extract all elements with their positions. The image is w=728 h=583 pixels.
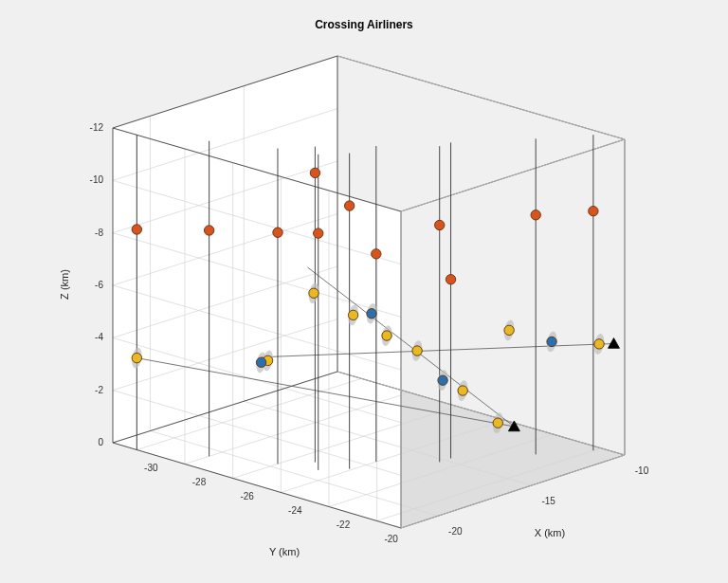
marker-circle — [314, 228, 323, 238]
marker-circle — [493, 418, 502, 428]
marker-triangle — [608, 338, 619, 349]
chart-3d-container: -12-10-8-6-4-20-30-28-26-24-22-20-20-15-… — [0, 0, 728, 583]
marker-circle — [446, 275, 455, 284]
z-tick-label: -6 — [95, 280, 103, 290]
y-tick-label: -28 — [192, 477, 207, 487]
axes-box — [113, 56, 625, 528]
x-tick-label: -15 — [541, 496, 555, 506]
z-tick-label: -2 — [95, 385, 103, 395]
y-tick-label: -30 — [144, 463, 158, 473]
svg-line-48 — [337, 56, 625, 139]
z-tick-label: -8 — [95, 228, 103, 238]
x-axis-label: X (km) — [535, 527, 565, 538]
y-tick-label: -26 — [240, 491, 254, 501]
svg-line-46 — [401, 139, 625, 211]
marker-circle — [594, 339, 604, 349]
marker-circle — [372, 249, 381, 259]
y-axis-label: Y (km) — [269, 546, 300, 557]
z-tick-label: -12 — [90, 122, 104, 133]
marker-circle — [256, 357, 265, 367]
chart-title: Crossing Airliners — [315, 18, 413, 31]
marker-circle — [132, 225, 141, 234]
marker-circle — [547, 337, 556, 346]
x-tick-label: -10 — [635, 465, 649, 476]
marker-circle — [382, 331, 391, 340]
z-tick-label: -4 — [95, 332, 103, 342]
marker-circle — [438, 375, 447, 385]
marker-circle — [589, 206, 598, 215]
chart-3d-svg: -12-10-8-6-4-20-30-28-26-24-22-20-20-15-… — [0, 0, 728, 583]
marker-circle — [204, 226, 213, 235]
marker-circle — [458, 386, 467, 395]
marker-circle — [348, 310, 357, 319]
marker-circle — [132, 353, 141, 362]
y-tick-label: -24 — [288, 505, 302, 516]
x-tick-label: -20 — [448, 526, 463, 537]
marker-circle — [310, 168, 319, 177]
marker-circle — [531, 210, 540, 220]
marker-circle — [344, 201, 354, 210]
marker-circle — [504, 325, 514, 335]
marker-circle — [367, 309, 376, 319]
marker-circle — [273, 228, 282, 237]
z-axis-label: Z (km) — [59, 269, 70, 300]
y-tick-label: -20 — [384, 534, 398, 544]
z-tick-label: -10 — [90, 174, 104, 185]
y-tick-label: -22 — [337, 519, 351, 530]
marker-circle — [412, 346, 422, 355]
z-tick-label: 0 — [98, 437, 103, 447]
marker-circle — [435, 220, 445, 229]
marker-circle — [309, 288, 318, 298]
